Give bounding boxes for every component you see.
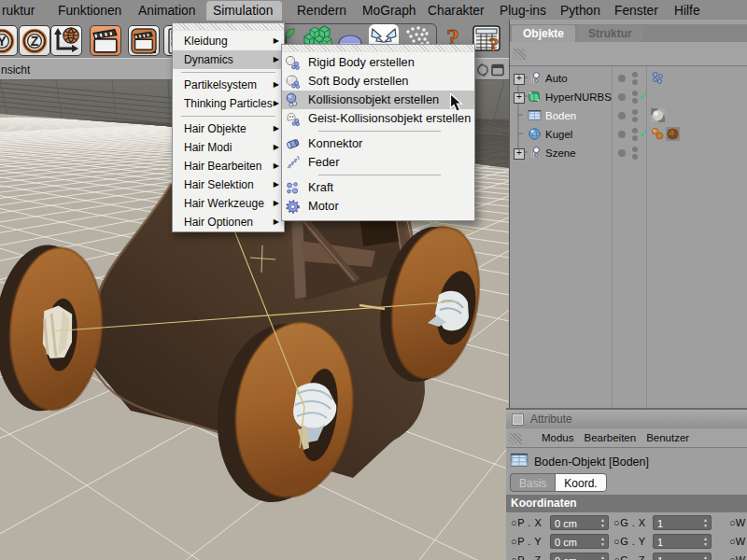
svg-text:Z: Z	[31, 34, 39, 49]
svg-text:Y: Y	[0, 34, 7, 49]
svg-text:?: ?	[489, 33, 500, 53]
